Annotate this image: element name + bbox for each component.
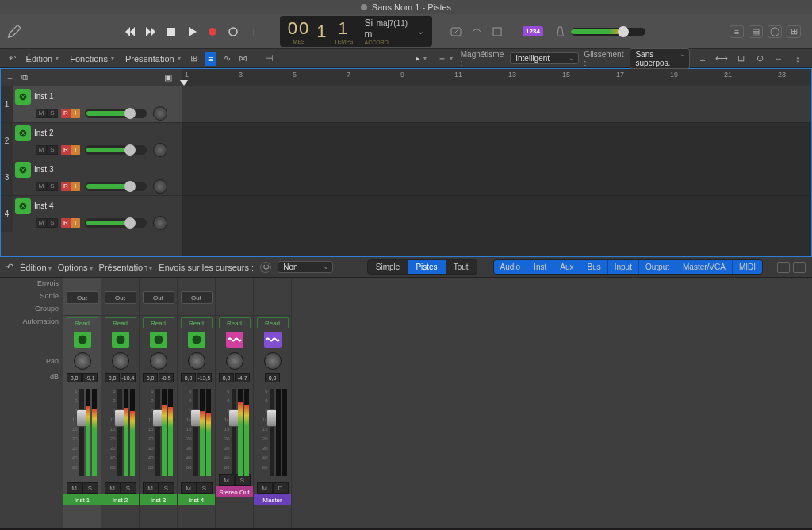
v-scroll-icon[interactable]: ↕ [790,52,806,66]
track-pan-knob[interactable] [153,106,167,121]
filter-aux[interactable]: Aux [553,260,580,274]
filter-output[interactable]: Output [639,260,676,274]
record-enable-button[interactable]: R [61,218,71,228]
play-button[interactable] [185,25,199,39]
strip-instrument-icon[interactable] [74,332,91,348]
filter-inst[interactable]: Inst [527,260,553,274]
solo-button[interactable]: S [47,145,58,155]
strip-mute-button[interactable]: M [181,482,197,494]
arrange-lane[interactable] [182,196,811,232]
record-enable-button[interactable]: R [61,182,71,191]
rewind-button[interactable] [123,25,137,39]
strip-solo-button[interactable]: S [197,482,213,494]
db-value[interactable]: 0,0 [143,373,158,382]
record-button[interactable] [205,25,220,39]
peak-value[interactable]: -8,5 [159,373,174,382]
strip-instrument-icon[interactable] [188,332,205,348]
send-slot[interactable] [140,278,177,290]
send-slot[interactable] [178,278,215,290]
seg-tout[interactable]: Tout [446,260,477,274]
filter-bus[interactable]: Bus [580,260,607,274]
input-monitor-button[interactable]: I [71,145,80,155]
seg-pistes[interactable]: Pistes [408,260,445,274]
channel-strip[interactable]: OutRead0,0-9,1605101520304060MSInst 1 [63,278,102,528]
mixer-presentation-menu[interactable]: Présentation [99,263,153,272]
ruler[interactable]: 1357911131517192123 [182,69,811,86]
strip-mute-button[interactable]: M [67,482,82,494]
solo-button[interactable]: S [47,109,58,118]
track-row[interactable]: 4Inst 4MSRI [1,196,182,232]
instrument-icon[interactable] [15,125,31,141]
filter-mastervca[interactable]: Master/VCA [676,260,733,274]
metronome-icon[interactable] [554,25,566,38]
group-slot[interactable] [63,305,101,316]
strip-name[interactable]: Master [254,494,291,505]
duplicate-track-icon[interactable]: ⧉ [21,72,34,83]
lcd-chevron-icon[interactable]: ⌄ [417,26,424,36]
arrange-lane[interactable] [182,159,811,196]
strip-name[interactable]: Stereo Out [216,486,253,497]
peak-value[interactable]: -10,4 [121,373,136,382]
output-button[interactable]: Out [181,291,213,304]
channel-strip[interactable]: OutRead0,0-8,5605101520304060MSInst 3 [140,278,178,528]
automation-read-button[interactable]: Read [181,317,213,328]
peak-value[interactable]: -4,7 [235,373,250,382]
edit-tool-icon[interactable] [6,23,23,40]
db-value[interactable]: 0,0 [219,373,234,382]
panel-right-icon[interactable] [793,262,806,273]
strip-name[interactable]: Inst 2 [102,494,139,505]
strip-instrument-icon[interactable] [150,332,167,348]
edition-menu[interactable]: Édition [23,52,63,65]
track-pan-knob[interactable] [153,179,167,194]
group-slot[interactable] [102,305,139,316]
forward-button[interactable] [144,25,158,39]
arrange-area[interactable]: 1357911131517192123 [182,69,811,256]
strip-name[interactable]: Inst 1 [63,494,101,505]
input-monitor-button[interactable]: I [71,109,80,118]
mute-button[interactable]: M [36,109,47,118]
channel-strip[interactable]: OutRead0,0-13,5605101520304060MSInst 4 [178,278,216,528]
track-row[interactable]: 3Inst 3MSRI [1,159,182,196]
freeze-icon[interactable]: ▣ [164,72,177,83]
track-volume-slider[interactable] [85,182,147,191]
record-enable-button[interactable]: R [61,145,71,155]
group-slot[interactable] [140,305,177,316]
catcher-icon[interactable]: ⊣ [264,52,276,66]
automation-read-button[interactable]: Read [67,317,98,328]
pointer-tool[interactable]: ▸ [412,52,430,65]
fader-track[interactable] [79,389,84,476]
automation-read-button[interactable]: Read [105,317,136,328]
db-value[interactable]: 0,0 [67,373,82,382]
mute-button[interactable]: M [36,218,47,228]
strip-instrument-icon[interactable] [264,332,282,348]
pan-knob[interactable] [264,352,282,370]
channel-strip[interactable]: Read0,0-4,7605101520304060BncMSStereo Ou… [216,278,254,528]
snap-select[interactable]: Intelligent [510,52,579,64]
waveform-icon[interactable]: ⫠ [695,52,710,66]
strip-solo-button[interactable]: S [159,482,174,494]
pan-knob[interactable] [188,352,205,370]
mute-button[interactable]: M [36,145,47,155]
seg-simple[interactable]: Simple [368,260,408,274]
presentation-menu[interactable]: Présentation [122,52,184,65]
strip-instrument-icon[interactable] [112,332,129,348]
group-slot[interactable] [254,305,291,316]
countIn-icon[interactable] [491,25,504,38]
strip-mute-button[interactable]: M [105,482,121,494]
mixer-options-menu[interactable]: Options [58,263,93,272]
pan-knob[interactable] [112,352,129,370]
fader-track[interactable] [232,389,236,476]
drag-select[interactable]: Sans superpos. [630,48,690,69]
master-volume-slider[interactable] [571,28,645,36]
strip-mute-button[interactable]: M [143,482,159,494]
strip-name[interactable]: Inst 3 [140,494,177,505]
output-button[interactable]: Out [67,291,98,304]
track-pan-knob[interactable] [153,143,167,157]
strip-solo-button[interactable]: S [82,482,98,494]
automation-read-button[interactable]: Read [143,317,174,328]
arrange-lane[interactable] [182,123,811,159]
count-in-badge[interactable]: 1234 [523,26,543,36]
filter-audio[interactable]: Audio [494,260,528,274]
output-button[interactable]: Out [105,291,136,304]
send-slot[interactable] [216,278,253,290]
